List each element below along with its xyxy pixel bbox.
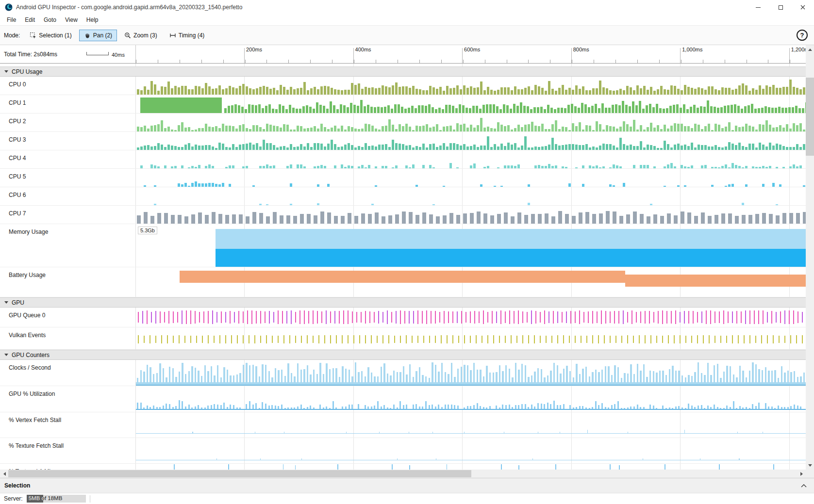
mode-buttons: Selection (1)Pan (2)Zoom (3)Timing (4) xyxy=(25,30,212,41)
collapse-arrow-icon[interactable] xyxy=(4,301,8,304)
track-row-l1miss[interactable]: % Texture L1 Miss xyxy=(0,464,814,470)
menu-item-view[interactable]: View xyxy=(61,15,82,25)
collapse-arrow-icon[interactable] xyxy=(4,70,8,73)
track-row-gpuqueue[interactable]: GPU Queue 0 xyxy=(0,308,814,327)
track-chart-clocks[interactable] xyxy=(136,360,806,386)
section-header-cpu-usage[interactable]: CPU Usage xyxy=(0,66,814,77)
track-row-gpuutil[interactable]: GPU % Utilization xyxy=(0,386,814,412)
collapse-arrow-icon[interactable] xyxy=(4,354,8,356)
track-chart-cpu7[interactable] xyxy=(136,206,806,224)
maximize-button[interactable] xyxy=(769,0,792,15)
scroll-right-arrow-icon[interactable] xyxy=(797,470,806,478)
track-row-cpu2[interactable]: CPU 2 xyxy=(0,114,814,132)
mode-button-selection[interactable]: Selection (1) xyxy=(25,30,76,41)
track-row-vstall[interactable]: % Vertex Fetch Stall xyxy=(0,412,814,438)
scale-bracket-tick xyxy=(108,52,109,55)
horizontal-scrollbar[interactable] xyxy=(0,470,814,478)
app-window: Android GPU Inspector - com.google.andro… xyxy=(0,0,814,504)
ruler-minor-tick xyxy=(725,60,725,63)
scroll-down-arrow-icon[interactable] xyxy=(806,461,814,470)
track-row-tstall[interactable]: % Texture Fetch Stall xyxy=(0,438,814,464)
track-label-cpu2: CPU 2 xyxy=(9,118,26,125)
track-row-battery[interactable]: Battery Usage xyxy=(0,267,814,297)
track-row-vulkan[interactable]: Vulkan Events xyxy=(0,327,814,350)
track-row-memory[interactable]: Memory Usage5.3Gb xyxy=(0,224,814,267)
track-row-clocks[interactable]: Clocks / Second xyxy=(0,360,814,386)
track-chart-cpu3[interactable] xyxy=(136,132,806,150)
scale-label: 40ms xyxy=(112,52,125,58)
track-row-cpu7[interactable]: CPU 7 xyxy=(0,206,814,224)
scale-bracket-tick xyxy=(86,52,87,55)
section-header-gpu[interactable]: GPU xyxy=(0,297,814,308)
pan-icon xyxy=(84,32,91,39)
memory-value-label: 5.3Gb xyxy=(138,227,157,234)
ruler-minor-tick xyxy=(768,60,768,63)
vertical-scrollbar-thumb[interactable] xyxy=(806,78,814,156)
track-chart-battery[interactable] xyxy=(136,267,806,297)
chevron-up-icon[interactable] xyxy=(801,484,807,488)
track-chart-cpu2[interactable] xyxy=(136,114,806,131)
track-row-cpu5[interactable]: CPU 5 xyxy=(0,169,814,187)
window-title: Android GPU Inspector - com.google.andro… xyxy=(16,4,242,11)
track-chart-l1miss[interactable] xyxy=(136,464,806,470)
track-chart-cpu4[interactable] xyxy=(136,150,806,168)
track-chart-tstall[interactable] xyxy=(136,438,806,463)
track-row-cpu0[interactable]: CPU 0 xyxy=(0,77,814,95)
close-button[interactable] xyxy=(792,0,814,15)
scroll-left-arrow-icon[interactable] xyxy=(0,470,8,478)
mode-label: Mode: xyxy=(4,32,20,39)
ruler-minor-tick xyxy=(201,60,202,63)
ruler-tick-label: 600ms xyxy=(464,47,480,52)
ruler-minor-tick xyxy=(615,60,616,63)
server-memory-text-overlay: 5MB of 18MB xyxy=(27,495,43,503)
track-label-vstall: % Vertex Fetch Stall xyxy=(9,417,61,423)
minimize-button[interactable] xyxy=(747,0,769,15)
mode-button-timing[interactable]: Timing (4) xyxy=(165,30,210,41)
track-chart-memory[interactable] xyxy=(136,224,806,267)
ruler-minor-tick xyxy=(441,60,442,63)
menu-item-help[interactable]: Help xyxy=(82,15,103,25)
help-label: ? xyxy=(800,32,804,39)
track-chart-gpuqueue[interactable] xyxy=(136,308,806,327)
help-button[interactable]: ? xyxy=(797,30,808,41)
selection-panel-title: Selection xyxy=(4,482,30,489)
timeline-ruler[interactable]: Total Time: 2s084ms 40ms 200ms400ms600ms… xyxy=(0,45,814,64)
track-chart-cpu6[interactable] xyxy=(136,187,806,205)
section-header-gpu-counters[interactable]: GPU Counters xyxy=(0,350,814,360)
track-label-cpu5: CPU 5 xyxy=(9,173,26,180)
track-chart-cpu1[interactable] xyxy=(136,95,806,113)
ruler-minor-tick xyxy=(419,60,420,63)
mode-button-label: Pan (2) xyxy=(93,32,112,39)
selection-panel-header[interactable]: Selection xyxy=(0,478,814,493)
track-row-cpu1[interactable]: CPU 1 xyxy=(0,95,814,114)
track-chart-vulkan[interactable] xyxy=(136,327,806,349)
ruler-tick-label: 800ms xyxy=(573,47,589,52)
track-chart-gpuutil[interactable] xyxy=(136,386,806,412)
vertical-scrollbar[interactable] xyxy=(806,45,814,470)
track-chart-vstall[interactable] xyxy=(136,412,806,438)
horizontal-scrollbar-thumb[interactable] xyxy=(8,470,471,477)
ruler-minor-tick xyxy=(158,60,158,63)
track-chart-cpu0[interactable] xyxy=(136,77,806,95)
toolbar: Mode: Selection (1)Pan (2)Zoom (3)Timing… xyxy=(0,25,814,45)
scroll-up-arrow-icon[interactable] xyxy=(806,45,814,53)
ruler-minor-tick xyxy=(550,60,550,63)
track-row-cpu4[interactable]: CPU 4 xyxy=(0,150,814,169)
menu-item-file[interactable]: File xyxy=(2,15,20,25)
mode-button-zoom[interactable]: Zoom (3) xyxy=(119,30,162,41)
mode-button-pan[interactable]: Pan (2) xyxy=(79,30,117,41)
ruler-minor-tick xyxy=(332,60,332,63)
track-row-cpu6[interactable]: CPU 6 xyxy=(0,187,814,206)
timeline-tracks: CPU UsageCPU 0CPU 1CPU 2CPU 3CPU 4CPU 5C… xyxy=(0,64,814,470)
track-label-cpu7: CPU 7 xyxy=(9,210,26,217)
track-chart-cpu5[interactable] xyxy=(136,169,806,187)
scale-bracket xyxy=(86,55,109,55)
track-label-gpuqueue: GPU Queue 0 xyxy=(9,312,45,319)
server-label: Server: xyxy=(4,495,23,502)
menu-item-goto[interactable]: Goto xyxy=(39,15,61,25)
menu-item-edit[interactable]: Edit xyxy=(20,15,39,25)
ruler-minor-tick xyxy=(463,60,464,63)
minimize-icon xyxy=(756,7,761,8)
ruler-minor-tick xyxy=(288,60,289,63)
track-row-cpu3[interactable]: CPU 3 xyxy=(0,132,814,150)
